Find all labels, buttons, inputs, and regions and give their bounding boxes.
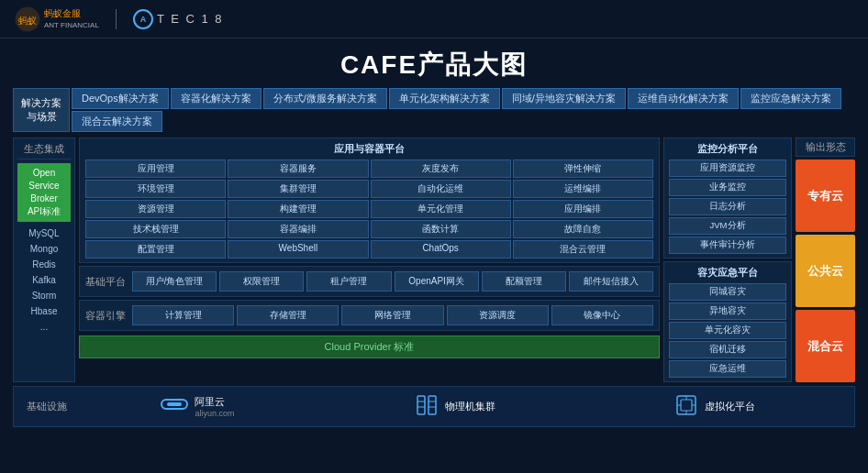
ecosystem-panel: 生态集成 OpenServiceBrokerAPI标准 MySQLMongoRe… [13, 138, 75, 382]
svg-rect-4 [417, 396, 425, 414]
solution-row: 解决方案与场景 DevOps解决方案 容器化解决方案 分布式/微服务解决方案 单… [13, 88, 855, 132]
base-email-sms: 邮件短信接入 [569, 271, 653, 292]
physical-server-item: 物理机集群 [414, 392, 495, 421]
svg-rect-3 [167, 402, 182, 406]
monitor-biz: 业务监控 [669, 179, 786, 196]
monitor-platform-title: 监控分析平台 [669, 142, 786, 156]
virtual-icon [673, 392, 699, 421]
ant-financial-logo: 蚂蚁 蚂蚁金服ANT FINANCIAL [15, 6, 99, 32]
base-perm-mgmt: 权限管理 [219, 271, 304, 292]
atec-text: T E C 1 8 [157, 12, 224, 26]
solution-item-monitor: 监控应急解决方案 [740, 88, 841, 109]
base-openapi: OpenAPI网关 [395, 271, 479, 292]
cell-webshell: WebShell [228, 240, 368, 258]
logo-area: 蚂蚁 蚂蚁金服ANT FINANCIAL A T E C 1 8 [15, 6, 224, 32]
monitor-grid: 应用资源监控 业务监控 日志分析 JVM分析 事件审计分析 [669, 160, 786, 254]
cell-env-mgmt: 环境管理 [85, 180, 226, 198]
base-items: 用户/角色管理 权限管理 租户管理 OpenAPI网关 配额管理 邮件短信接入 [132, 271, 653, 292]
monitor-app-res: 应用资源监控 [669, 160, 786, 177]
public-cloud-btn[interactable]: 公共云 [796, 235, 855, 307]
container-storage: 存储管理 [237, 305, 339, 325]
cell-cluster-mgmt: 集群管理 [228, 180, 368, 198]
container-compute: 计算管理 [132, 305, 234, 325]
cell-app-mgmt: 应用管理 [85, 160, 226, 178]
cell-config-mgmt: 配置管理 [85, 240, 226, 258]
disaster-grid: 同城容灾 异地容灾 单元化容灾 宿机迁移 应急运维 [669, 283, 786, 378]
cell-auto-ops: 自动化运维 [371, 180, 511, 198]
arch-grid: 生态集成 OpenServiceBrokerAPI标准 MySQLMongoRe… [13, 138, 855, 382]
container-resource: 资源调度 [447, 305, 549, 325]
container-engine-row: 容器引擎 计算管理 存储管理 网络管理 资源调度 镜像中心 [79, 300, 660, 331]
base-quota-mgmt: 配额管理 [482, 271, 566, 292]
open-service-broker: OpenServiceBrokerAPI标准 [17, 163, 71, 222]
atec-circle-icon: A [133, 9, 153, 29]
cell-container-arrange: 容器编排 [228, 220, 368, 238]
base-tenant-mgmt: 租户管理 [306, 271, 391, 292]
cloud-provider-bar: Cloud Provider 标准 [79, 336, 660, 358]
monitor-platform: 监控分析平台 应用资源监控 业务监控 日志分析 JVM分析 事件审计分析 [663, 138, 792, 258]
base-user-mgmt: 用户/角色管理 [132, 271, 217, 292]
hybrid-cloud-btn[interactable]: 混合云 [796, 310, 855, 382]
cell-func-compute: 函数计算 [371, 220, 511, 238]
monitor-log: 日志分析 [669, 198, 786, 215]
svg-rect-11 [681, 400, 692, 411]
disaster-unit: 单元化容灾 [669, 322, 786, 339]
solution-item-ops: 运维自动化解决方案 [628, 88, 739, 109]
cell-container-svc: 容器服务 [228, 160, 368, 178]
solution-items: DevOps解决方案 容器化解决方案 分布式/微服务解决方案 单元化架构解决方案… [70, 88, 855, 132]
monitor-jvm: JVM分析 [669, 217, 786, 235]
disaster-remote: 异地容灾 [669, 302, 786, 320]
physical-server-name: 物理机集群 [445, 400, 495, 413]
cell-ops-arrange: 运维编排 [513, 180, 653, 198]
container-image: 镜像中心 [551, 305, 653, 325]
cell-unit-mgmt: 单元化管理 [371, 200, 511, 218]
svg-text:蚂蚁: 蚂蚁 [18, 16, 37, 26]
cell-app-arrange: 应用编排 [513, 200, 653, 218]
atec-logo: A T E C 1 8 [133, 9, 224, 29]
cell-gray-release: 灰度发布 [371, 160, 511, 178]
ecosystem-items: MySQLMongoRedisKafkaStormHbase... [17, 226, 71, 335]
disaster-same-city: 同城容灾 [669, 283, 786, 301]
container-engine-label: 容器引擎 [85, 309, 126, 323]
solution-label: 解决方案与场景 [13, 88, 70, 132]
cell-chatops: ChatOps [371, 240, 511, 258]
disaster-platform-title: 容灾应急平台 [669, 266, 786, 280]
disaster-platform: 容灾应急平台 同城容灾 异地容灾 单元化容灾 宿机迁移 应急运维 [663, 261, 792, 382]
page-title: CAFE产品大图 [0, 38, 868, 88]
output-label: 输出形态 [796, 138, 855, 157]
app-platform-title: 应用与容器平台 [85, 142, 653, 156]
aliyun-icon [160, 394, 189, 420]
virtual-platform-name: 虚拟化平台 [705, 400, 755, 413]
cell-build-mgmt: 构建管理 [228, 200, 368, 218]
cell-res-mgmt: 资源管理 [85, 200, 226, 218]
infra-label: 基础设施 [23, 400, 71, 413]
infra-items: 阿里云 aliyun.com 物理机集群 [71, 392, 845, 421]
content-area: 解决方案与场景 DevOps解决方案 容器化解决方案 分布式/微服务解决方案 单… [0, 88, 868, 433]
solution-item-devops: DevOps解决方案 [72, 88, 169, 109]
header: 蚂蚁 蚂蚁金服ANT FINANCIAL A T E C 1 8 [0, 0, 868, 38]
cell-stack-mgmt: 技术栈管理 [85, 220, 226, 238]
solution-item-hybrid: 混合云解决方案 [72, 111, 162, 132]
base-platform-label: 基础平台 [85, 275, 126, 289]
platform-area: 应用与容器平台 应用管理 容器服务 灰度发布 弹性伸缩 环境管理 集群管理 自动… [79, 138, 660, 382]
cell-hybrid-mgmt: 混合云管理 [513, 240, 653, 258]
virtual-platform-item: 虚拟化平台 [673, 392, 755, 421]
solution-item-unitarch: 单元化架构解决方案 [389, 88, 500, 109]
aliyun-item: 阿里云 aliyun.com [160, 394, 234, 420]
solution-item-disaster: 同域/异地容灾解决方案 [502, 88, 626, 109]
base-platform-row: 基础平台 用户/角色管理 权限管理 租户管理 OpenAPI网关 配额管理 邮件… [79, 266, 660, 297]
app-platform: 应用与容器平台 应用管理 容器服务 灰度发布 弹性伸缩 环境管理 集群管理 自动… [79, 138, 660, 263]
svg-rect-5 [428, 396, 436, 414]
disaster-migrate: 宿机迁移 [669, 341, 786, 358]
private-cloud-btn[interactable]: 专有云 [796, 160, 855, 232]
ecosystem-title: 生态集成 [17, 142, 71, 160]
right-panels: 监控分析平台 应用资源监控 业务监控 日志分析 JVM分析 事件审计分析 容灾应… [663, 138, 792, 382]
logo-divider [116, 9, 117, 29]
cell-elastic: 弹性伸缩 [513, 160, 653, 178]
server-icon [414, 392, 440, 421]
aliyun-name: 阿里云 [195, 395, 234, 409]
aliyun-sub: aliyun.com [195, 409, 234, 418]
disaster-emergency-ops: 应急运维 [669, 360, 786, 378]
solution-item-container: 容器化解决方案 [171, 88, 262, 109]
container-network: 网络管理 [341, 305, 443, 325]
